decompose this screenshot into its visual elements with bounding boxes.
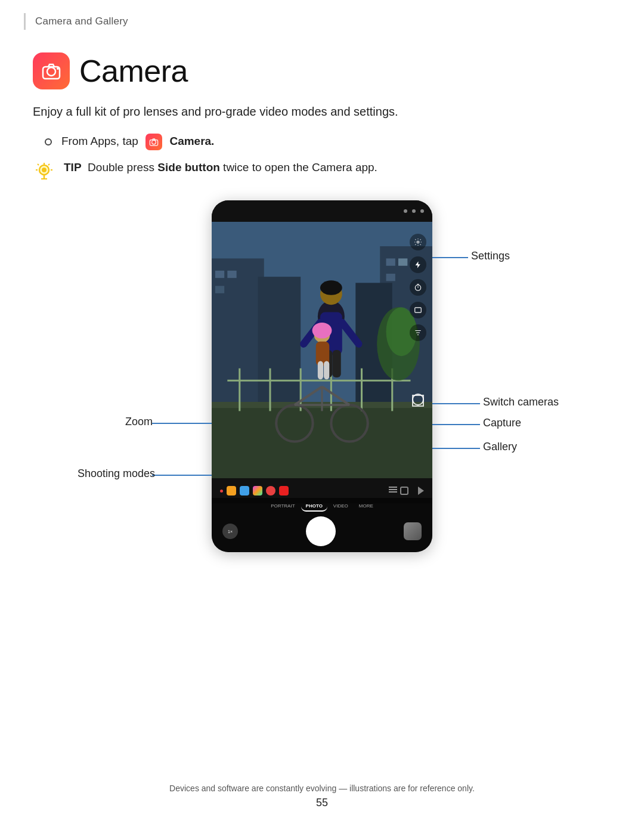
camera-viewfinder: [212, 222, 432, 478]
app-name-label: Camera.: [169, 135, 214, 147]
mode-portrait[interactable]: PORTRAIT: [266, 501, 299, 512]
svg-rect-20: [227, 271, 236, 278]
zoom-label: Zoom: [125, 416, 153, 428]
gallery-label: Gallery: [483, 441, 517, 453]
svg-point-2: [57, 67, 59, 70]
nav-app-1: [220, 490, 223, 493]
nav-app-6: [279, 486, 289, 496]
capture-button[interactable]: [306, 516, 336, 546]
page-description: Enjoy a full kit of pro lenses and pro-g…: [33, 103, 611, 120]
camera-app-icon: [33, 52, 70, 89]
nav-app-4: [253, 486, 262, 496]
mode-photo[interactable]: PHOTO: [301, 501, 327, 512]
svg-point-42: [320, 280, 342, 295]
mode-video[interactable]: VIDEO: [329, 501, 353, 512]
settings-control[interactable]: [410, 234, 426, 250]
svg-point-55: [417, 241, 419, 243]
capture-label: Capture: [483, 417, 521, 429]
mode-more[interactable]: MORE: [354, 501, 378, 512]
svg-rect-45: [332, 350, 340, 377]
nav-app-2: [227, 486, 236, 496]
settings-label: Settings: [471, 250, 510, 262]
svg-rect-22: [386, 258, 395, 265]
zoom-button[interactable]: 1×: [222, 524, 238, 539]
svg-point-0: [47, 67, 55, 76]
svg-rect-59: [415, 308, 422, 312]
svg-point-3: [152, 140, 156, 144]
nav-app-5: [266, 486, 275, 496]
svg-rect-52: [324, 361, 329, 379]
bullet-point: [45, 138, 52, 145]
tip-text: TIP Double press Side button twice to op…: [64, 161, 377, 174]
timer-control[interactable]: [410, 279, 426, 296]
tip-icon: [33, 161, 55, 184]
switch-cam-indicator: [412, 394, 424, 405]
switch-cameras-label: Switch cameras: [483, 396, 559, 408]
svg-rect-25: [212, 405, 432, 478]
menu-icon: [389, 487, 391, 495]
svg-line-11: [48, 164, 49, 165]
camera-bottom-bar: PORTRAIT PHOTO VIDEO MORE 1×: [212, 498, 432, 552]
inline-camera-icon: [145, 134, 162, 150]
bullet-text: From Apps, tap Camera.: [61, 134, 214, 150]
svg-rect-24: [386, 274, 395, 281]
footer: Devices and software are constantly evol…: [0, 784, 644, 809]
shooting-modes-label: Shooting modes: [78, 467, 155, 480]
shooting-modes-row: PORTRAIT PHOTO VIDEO MORE: [216, 501, 428, 512]
svg-rect-23: [398, 258, 407, 265]
flash-control[interactable]: [410, 256, 426, 273]
photo-subject: [212, 222, 432, 478]
page-title: Camera: [79, 53, 188, 89]
svg-point-49: [312, 323, 332, 339]
footer-note: Devices and software are constantly evol…: [0, 784, 644, 793]
camera-controls-panel: [410, 234, 426, 341]
page-number: 55: [0, 797, 644, 809]
app-icons-bar: [220, 486, 289, 496]
camera-action-row: 1×: [216, 516, 428, 549]
nav-buttons: [389, 487, 424, 495]
svg-rect-19: [215, 271, 224, 278]
phone-status-bar: [212, 200, 432, 222]
gallery-button[interactable]: [404, 522, 422, 540]
breadcrumb: Camera and Gallery: [35, 13, 128, 30]
filter-control[interactable]: [410, 324, 426, 341]
svg-line-10: [38, 164, 39, 165]
svg-point-13: [42, 168, 47, 172]
home-button[interactable]: [400, 487, 408, 495]
back-button[interactable]: [418, 487, 424, 495]
nav-app-3: [240, 486, 249, 496]
svg-rect-21: [215, 286, 224, 293]
svg-rect-51: [318, 361, 323, 379]
svg-rect-4: [150, 140, 157, 145]
aspect-ratio-control[interactable]: [410, 302, 426, 318]
phone-mockup: PORTRAIT PHOTO VIDEO MORE 1×: [212, 200, 432, 552]
